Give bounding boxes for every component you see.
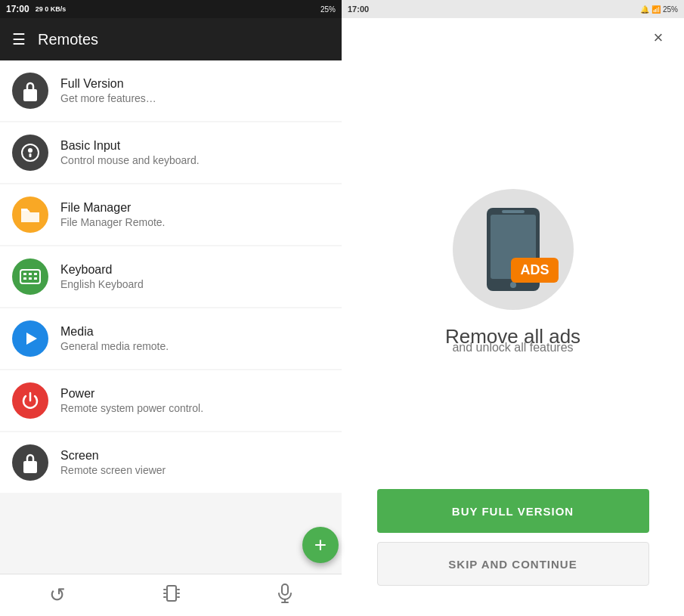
menu-icon[interactable]: ☰	[12, 30, 26, 48]
left-panel: 17:00 29 0 KB/s 25% ☰ Remotes Full Versi…	[0, 0, 342, 616]
file-manager-title: File Manager	[60, 201, 166, 215]
svg-rect-6	[29, 273, 32, 275]
list-item-keyboard[interactable]: Keyboard English Keyboard	[0, 246, 342, 307]
list-item-media[interactable]: Media General media remote.	[0, 308, 342, 369]
basic-input-icon	[12, 135, 48, 171]
mic-icon[interactable]	[277, 583, 292, 608]
media-text: Media General media remote.	[60, 325, 169, 352]
svg-rect-13	[167, 586, 176, 601]
media-title: Media	[60, 325, 169, 339]
fab-add-button[interactable]: +	[302, 527, 339, 563]
power-title: Power	[60, 387, 203, 401]
close-button[interactable]: ×	[645, 24, 672, 51]
status-icons-left: 29 0 KB/s	[36, 5, 67, 13]
media-subtitle: General media remote.	[60, 340, 169, 352]
keyboard-subtitle: English Keyboard	[60, 278, 144, 290]
bottom-nav: ↺	[0, 574, 342, 616]
keyboard-icon	[12, 258, 48, 295]
buy-full-version-button[interactable]: BUY FULL VERSION	[377, 489, 649, 533]
svg-rect-12	[23, 461, 37, 473]
status-time-left: 17:00 29 0 KB/s	[6, 4, 66, 14]
svg-rect-5	[23, 273, 26, 275]
file-manager-text: File Manager File Manager Remote.	[60, 201, 166, 228]
list-item-power[interactable]: Power Remote system power control.	[0, 370, 342, 431]
refresh-icon[interactable]: ↺	[49, 583, 66, 607]
media-icon	[12, 320, 48, 357]
file-manager-subtitle: File Manager Remote.	[60, 216, 166, 228]
status-right-left: 25%	[320, 5, 336, 14]
status-bar-left: 17:00 29 0 KB/s 25%	[0, 0, 342, 18]
remotes-list: Full Version Get more features… Basic In…	[0, 60, 342, 574]
svg-rect-0	[23, 89, 37, 101]
list-item-screen[interactable]: Screen Remote screen viewer	[0, 432, 342, 493]
svg-rect-8	[23, 277, 26, 280]
full-version-title: Full Version	[60, 77, 156, 91]
basic-input-title: Basic Input	[60, 139, 200, 153]
basic-input-subtitle: Control mouse and keyboard.	[60, 154, 200, 166]
svg-rect-7	[34, 273, 37, 275]
full-version-subtitle: Get more features…	[60, 92, 156, 104]
time-right: 17:00	[348, 5, 369, 14]
screen-icon	[12, 444, 48, 481]
ads-badge: ADS	[511, 258, 558, 283]
file-manager-icon	[12, 197, 48, 233]
power-text: Power Remote system power control.	[60, 387, 203, 414]
ad-content: ADS Remove all ads and unlock all featur…	[342, 54, 684, 489]
svg-rect-4	[20, 270, 40, 283]
battery-left: 25%	[320, 5, 336, 14]
vibrate-icon[interactable]	[163, 583, 180, 608]
full-version-icon	[12, 73, 48, 109]
action-buttons: BUY FULL VERSION SKIP AND CONTINUE	[342, 489, 684, 616]
svg-marker-11	[26, 333, 37, 345]
svg-rect-26	[502, 210, 525, 213]
svg-rect-3	[29, 153, 32, 157]
status-bar-right: 17:00 🔔 📶 25%	[342, 0, 684, 18]
power-subtitle: Remote system power control.	[60, 402, 203, 414]
promo-subtitle: and unlock all features	[445, 341, 580, 354]
toolbar-title: Remotes	[38, 31, 98, 48]
screen-title: Screen	[60, 449, 166, 463]
list-item-basic-input[interactable]: Basic Input Control mouse and keyboard.	[0, 122, 342, 183]
screen-subtitle: Remote screen viewer	[60, 464, 166, 476]
svg-rect-20	[282, 584, 288, 595]
svg-point-2	[28, 148, 32, 153]
promo-text-container: Remove all ads and unlock all features	[445, 325, 580, 354]
screen-text: Screen Remote screen viewer	[60, 449, 166, 476]
toolbar: ☰ Remotes	[0, 18, 342, 60]
full-version-text: Full Version Get more features…	[60, 77, 156, 104]
keyboard-title: Keyboard	[60, 263, 144, 277]
keyboard-text: Keyboard English Keyboard	[60, 263, 144, 290]
list-item-file-manager[interactable]: File Manager File Manager Remote.	[0, 184, 342, 245]
power-icon	[12, 382, 48, 419]
ads-illustration: ADS	[453, 189, 574, 310]
skip-and-continue-button[interactable]: SKIP AND CONTINUE	[377, 542, 649, 586]
basic-input-text: Basic Input Control mouse and keyboard.	[60, 139, 200, 166]
time-left: 17:00	[6, 4, 29, 14]
svg-point-25	[510, 282, 516, 288]
status-icons-right: 🔔 📶 25%	[640, 5, 678, 14]
list-item-full-version[interactable]: Full Version Get more features…	[0, 60, 342, 121]
svg-rect-10	[34, 277, 37, 280]
right-panel: 17:00 🔔 📶 25% × ADS Remove all ads and u…	[342, 0, 684, 616]
svg-rect-9	[29, 277, 32, 280]
